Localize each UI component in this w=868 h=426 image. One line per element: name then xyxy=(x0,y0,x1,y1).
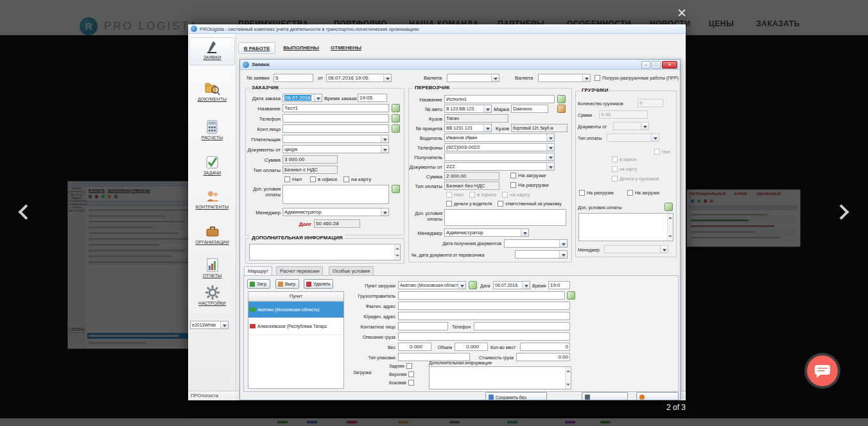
load-point-button[interactable]: Загр. xyxy=(247,279,270,289)
save-button[interactable]: Сохранить без xyxy=(485,392,547,400)
tab-transport-calc[interactable]: Расчет перевозки xyxy=(276,266,323,275)
on-load-checkbox[interactable]: На загрузке xyxy=(510,173,546,178)
phones-combobox[interactable]: (922)003-0022 xyxy=(444,143,555,151)
order-datetime-combobox[interactable]: 06.07.2016 19:05: xyxy=(326,74,392,82)
delete-point-button[interactable]: Удалить xyxy=(304,279,333,289)
tab-route[interactable]: Маршрут xyxy=(244,266,272,275)
cancel-button[interactable] xyxy=(636,392,679,400)
carrier-manager-combobox[interactable]: Администратор xyxy=(444,228,529,237)
fact-address-input[interactable] xyxy=(398,302,570,310)
loaders-cash-checkbox[interactable]: Нал xyxy=(654,149,670,155)
sidebar-item-calculations[interactable]: РАСЧЕТЫ xyxy=(189,118,235,146)
loaders-manager-combobox[interactable] xyxy=(604,245,668,253)
carrier-docs-from-combobox[interactable]: 222 xyxy=(444,162,555,171)
customer-phone-input[interactable] xyxy=(282,114,389,123)
carrier-card-checkbox[interactable]: на карту xyxy=(502,192,530,198)
weight-spinner[interactable]: 0.000 xyxy=(398,343,431,351)
carrier-doc-combobox[interactable] xyxy=(515,250,568,259)
shipper-input[interactable] xyxy=(398,291,565,300)
truck-icon-button[interactable] xyxy=(557,105,566,113)
address-book-icon-button[interactable] xyxy=(567,291,575,300)
tab-in-progress[interactable]: В РАБОТЕ xyxy=(238,42,275,54)
loaders-pay-type-combobox[interactable] xyxy=(607,133,659,142)
loaders-docs-from-combobox[interactable] xyxy=(613,122,649,130)
trailer-number-combobox[interactable]: ВВ 1231 123 xyxy=(444,124,492,132)
legal-address-input[interactable] xyxy=(398,312,570,320)
customer-docs-from-combobox[interactable]: цкцук xyxy=(282,145,389,153)
scrollbar[interactable] xyxy=(565,367,571,389)
point-extra-info-textarea[interactable] xyxy=(429,366,571,389)
packing-responsible-checkbox[interactable]: ответственный за упаковку xyxy=(498,201,562,207)
sidebar-item-settings[interactable]: НАСТРОЙКИ xyxy=(189,284,235,312)
scrollbar[interactable] xyxy=(394,244,400,260)
top-loading-checkbox[interactable]: Верхняя xyxy=(389,371,414,377)
docs-received-date-combobox[interactable] xyxy=(504,239,568,248)
lightbox-prev-button[interactable] xyxy=(12,194,40,232)
lightbox-next-button[interactable] xyxy=(832,194,860,232)
order-no-input[interactable]: 5 xyxy=(273,74,313,82)
customer-manager-combobox[interactable]: Администратор xyxy=(282,208,389,216)
loaders-office-checkbox[interactable]: в офисе xyxy=(612,157,637,162)
cargo-cost-input[interactable]: 0.00 xyxy=(516,353,570,361)
load-point-combobox[interactable]: Акатово (Московская област xyxy=(398,281,466,289)
on-unload-checkbox[interactable]: На разгрузке xyxy=(510,182,549,188)
customer-cash-checkbox[interactable]: Нал xyxy=(284,176,302,182)
loaders-money-checkbox[interactable]: Деньги у грузчиков xyxy=(612,176,659,182)
currency-combobox[interactable] xyxy=(447,74,499,82)
sidebar-item-orders[interactable]: ЗАЯВКИ xyxy=(189,37,235,65)
contact-phone-input[interactable] xyxy=(474,322,570,330)
sidebar-item-tasks[interactable]: ЗАДАЧИ xyxy=(189,153,235,182)
address-book-icon-button[interactable] xyxy=(392,104,400,112)
volume-spinner[interactable]: 0.000 xyxy=(455,343,488,351)
order-date-combobox[interactable]: 06.07.2016 xyxy=(282,94,322,102)
address-book-icon-button[interactable] xyxy=(469,281,477,289)
tab-completed[interactable]: ВЫПОЛНЕНЫ xyxy=(279,42,323,54)
receiver-combobox[interactable] xyxy=(444,153,555,161)
address-book-icon-button[interactable] xyxy=(392,185,400,193)
table-row[interactable]: Алексеевское (Республика Татарс xyxy=(248,318,343,335)
places-count-input[interactable]: 0 xyxy=(520,343,570,351)
address-book-icon-button[interactable] xyxy=(392,114,400,123)
lightbox-close-button[interactable]: × xyxy=(673,4,691,23)
secondary-button[interactable] xyxy=(582,392,628,400)
loaders-extra-pay-textarea[interactable] xyxy=(578,213,673,241)
sidebar-item-organizations[interactable]: ОРГАНИЗАЦИИ xyxy=(189,223,235,251)
customer-extra-pay-textarea[interactable] xyxy=(282,185,389,204)
loaders-card-checkbox[interactable]: на карту xyxy=(612,166,637,172)
driver-combobox[interactable]: Иванов Иван xyxy=(444,133,555,142)
driver-money-checkbox[interactable]: деньги у водителя xyxy=(446,201,492,207)
prr-checkbox[interactable]: Погрузо-разгрузочные работы (ПРР) xyxy=(595,75,679,81)
theme-selector-combobox[interactable]: e2013White xyxy=(190,321,229,329)
loaders-on-unload-checkbox[interactable]: На разгрузке xyxy=(579,190,614,196)
extra-info-textarea[interactable] xyxy=(249,244,401,260)
table-row[interactable]: Акатово (Московская область) xyxy=(248,302,343,318)
sidebar-item-reports[interactable]: ОТЧЕТЫ xyxy=(189,256,235,284)
loaders-on-load-checkbox[interactable]: На загрузке xyxy=(627,190,659,196)
customer-office-checkbox[interactable]: в офисе xyxy=(310,176,337,182)
currency-combobox-2[interactable] xyxy=(538,74,591,82)
side-loading-checkbox[interactable]: Боковая xyxy=(389,380,414,386)
order-time-spinner[interactable]: 19:05 xyxy=(358,94,387,102)
address-book-icon-button[interactable] xyxy=(664,203,673,211)
sidebar-item-contractors[interactable]: КОНТРАГЕНТЫ xyxy=(189,187,235,216)
contact-person-input[interactable] xyxy=(398,322,448,330)
maximize-button[interactable]: □ xyxy=(652,61,661,69)
tab-cancelled[interactable]: ОТМЕНЕНЫ xyxy=(326,42,367,54)
point-date-combobox[interactable]: 06.07.2016 xyxy=(493,281,530,289)
brand-input[interactable]: Daewoo xyxy=(511,105,548,113)
minimize-button[interactable]: – xyxy=(641,61,650,69)
point-time-spinner[interactable]: 19:0 xyxy=(548,281,570,289)
carrier-office-checkbox[interactable]: в офисе xyxy=(469,192,496,198)
address-book-icon-button[interactable] xyxy=(557,95,566,103)
tab-special-conditions[interactable]: Особые условия xyxy=(329,266,374,275)
customer-card-checkbox[interactable]: на карту xyxy=(343,176,371,182)
auto-number-combobox[interactable]: В 123 ВВ 123 xyxy=(444,105,492,113)
customer-name-input[interactable]: Тест1 xyxy=(282,104,389,112)
payer-combobox[interactable] xyxy=(282,135,389,143)
carrier-name-input[interactable]: Исполн1 xyxy=(444,95,555,103)
carrier-extra-pay-textarea[interactable] xyxy=(444,209,566,226)
unload-point-button[interactable]: Выгр. xyxy=(275,279,299,289)
close-button[interactable]: × xyxy=(662,61,677,69)
loaders-count-spinner[interactable]: 0 xyxy=(638,99,663,107)
sidebar-item-documents[interactable]: ДОКУМЕНТЫ xyxy=(189,80,235,108)
